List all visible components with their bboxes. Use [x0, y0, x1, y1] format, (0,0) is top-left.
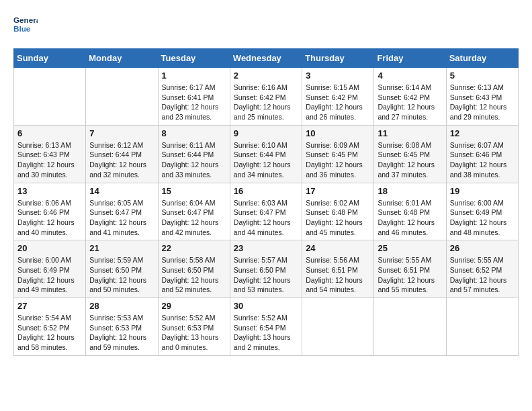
cell-info: Sunrise: 6:11 AMSunset: 6:44 PMDaylight:…: [162, 140, 226, 180]
calendar-cell: 7Sunrise: 6:12 AMSunset: 6:44 PMDaylight…: [86, 125, 158, 183]
day-number: 1: [162, 71, 226, 81]
cell-info: Sunrise: 6:13 AMSunset: 6:43 PMDaylight:…: [17, 140, 82, 180]
cell-info: Sunrise: 5:55 AMSunset: 6:52 PMDaylight:…: [450, 255, 515, 295]
week-row-4: 20Sunrise: 6:00 AMSunset: 6:49 PMDayligh…: [14, 240, 519, 298]
column-header-tuesday: Tuesday: [158, 49, 230, 68]
calendar-cell: 25Sunrise: 5:55 AMSunset: 6:51 PMDayligh…: [374, 240, 446, 298]
cell-info: Sunrise: 6:07 AMSunset: 6:46 PMDaylight:…: [450, 140, 515, 180]
cell-info: Sunrise: 5:59 AMSunset: 6:50 PMDaylight:…: [89, 255, 154, 295]
day-number: 9: [234, 128, 298, 138]
logo: GeneralBlue: [13, 13, 38, 38]
day-number: 18: [378, 186, 442, 196]
day-number: 24: [306, 243, 370, 253]
column-header-wednesday: Wednesday: [230, 49, 302, 68]
day-number: 8: [162, 128, 226, 138]
column-header-thursday: Thursday: [302, 49, 374, 68]
column-header-monday: Monday: [86, 49, 158, 68]
cell-info: Sunrise: 6:02 AMSunset: 6:48 PMDaylight:…: [306, 198, 370, 238]
calendar-cell: 21Sunrise: 5:59 AMSunset: 6:50 PMDayligh…: [86, 240, 158, 298]
calendar-cell: 15Sunrise: 6:04 AMSunset: 6:47 PMDayligh…: [158, 183, 230, 240]
svg-text:Blue: Blue: [13, 24, 31, 33]
logo-icon: GeneralBlue: [13, 13, 38, 38]
page-header: GeneralBlue: [13, 13, 519, 38]
day-number: 10: [306, 128, 370, 138]
calendar-cell: 16Sunrise: 6:03 AMSunset: 6:47 PMDayligh…: [230, 183, 302, 240]
calendar-cell: 26Sunrise: 5:55 AMSunset: 6:52 PMDayligh…: [446, 240, 518, 298]
cell-info: Sunrise: 6:01 AMSunset: 6:48 PMDaylight:…: [378, 198, 442, 238]
day-number: 11: [378, 128, 442, 138]
calendar-cell: 18Sunrise: 6:01 AMSunset: 6:48 PMDayligh…: [374, 183, 446, 240]
column-header-saturday: Saturday: [446, 49, 518, 68]
calendar-cell: 28Sunrise: 5:53 AMSunset: 6:53 PMDayligh…: [86, 298, 158, 356]
svg-text:General: General: [13, 15, 38, 24]
cell-info: Sunrise: 5:52 AMSunset: 6:53 PMDaylight:…: [162, 313, 226, 353]
cell-info: Sunrise: 5:52 AMSunset: 6:54 PMDaylight:…: [234, 313, 298, 353]
day-number: 20: [17, 243, 82, 253]
calendar-cell: 6Sunrise: 6:13 AMSunset: 6:43 PMDaylight…: [14, 125, 86, 183]
calendar-cell: 20Sunrise: 6:00 AMSunset: 6:49 PMDayligh…: [14, 240, 86, 298]
column-header-friday: Friday: [374, 49, 446, 68]
day-number: 14: [89, 186, 154, 196]
calendar-cell: [14, 68, 86, 126]
day-number: 16: [234, 186, 298, 196]
calendar-cell: 30Sunrise: 5:52 AMSunset: 6:54 PMDayligh…: [230, 298, 302, 356]
cell-info: Sunrise: 5:54 AMSunset: 6:52 PMDaylight:…: [17, 313, 82, 353]
day-number: 15: [162, 186, 226, 196]
day-number: 26: [450, 243, 515, 253]
week-row-3: 13Sunrise: 6:06 AMSunset: 6:46 PMDayligh…: [14, 183, 519, 240]
header-row: SundayMondayTuesdayWednesdayThursdayFrid…: [14, 49, 519, 68]
calendar-cell: 27Sunrise: 5:54 AMSunset: 6:52 PMDayligh…: [14, 298, 86, 356]
day-number: 17: [306, 186, 370, 196]
day-number: 27: [17, 301, 82, 311]
cell-info: Sunrise: 6:03 AMSunset: 6:47 PMDaylight:…: [234, 198, 298, 238]
day-number: 22: [162, 243, 226, 253]
cell-info: Sunrise: 6:08 AMSunset: 6:45 PMDaylight:…: [378, 140, 442, 180]
cell-info: Sunrise: 6:12 AMSunset: 6:44 PMDaylight:…: [89, 140, 154, 180]
column-header-sunday: Sunday: [14, 49, 86, 68]
calendar-cell: 5Sunrise: 6:13 AMSunset: 6:43 PMDaylight…: [446, 68, 518, 126]
cell-info: Sunrise: 6:04 AMSunset: 6:47 PMDaylight:…: [162, 198, 226, 238]
cell-info: Sunrise: 5:55 AMSunset: 6:51 PMDaylight:…: [378, 255, 442, 295]
calendar-cell: [302, 298, 374, 356]
calendar-cell: 11Sunrise: 6:08 AMSunset: 6:45 PMDayligh…: [374, 125, 446, 183]
calendar-cell: 2Sunrise: 6:16 AMSunset: 6:42 PMDaylight…: [230, 68, 302, 126]
cell-info: Sunrise: 6:13 AMSunset: 6:43 PMDaylight:…: [450, 83, 515, 122]
cell-info: Sunrise: 6:10 AMSunset: 6:44 PMDaylight:…: [234, 140, 298, 180]
calendar-cell: 17Sunrise: 6:02 AMSunset: 6:48 PMDayligh…: [302, 183, 374, 240]
week-row-5: 27Sunrise: 5:54 AMSunset: 6:52 PMDayligh…: [14, 298, 519, 356]
calendar-cell: 8Sunrise: 6:11 AMSunset: 6:44 PMDaylight…: [158, 125, 230, 183]
calendar-table: SundayMondayTuesdayWednesdayThursdayFrid…: [13, 48, 519, 356]
day-number: 30: [234, 301, 298, 311]
calendar-cell: 29Sunrise: 5:52 AMSunset: 6:53 PMDayligh…: [158, 298, 230, 356]
calendar-cell: 10Sunrise: 6:09 AMSunset: 6:45 PMDayligh…: [302, 125, 374, 183]
cell-info: Sunrise: 5:57 AMSunset: 6:50 PMDaylight:…: [234, 255, 298, 295]
day-number: 4: [378, 71, 442, 81]
day-number: 3: [306, 71, 370, 81]
calendar-cell: 14Sunrise: 6:05 AMSunset: 6:47 PMDayligh…: [86, 183, 158, 240]
calendar-cell: 3Sunrise: 6:15 AMSunset: 6:42 PMDaylight…: [302, 68, 374, 126]
day-number: 12: [450, 128, 515, 138]
cell-info: Sunrise: 5:56 AMSunset: 6:51 PMDaylight:…: [306, 255, 370, 295]
calendar-cell: 23Sunrise: 5:57 AMSunset: 6:50 PMDayligh…: [230, 240, 302, 298]
day-number: 29: [162, 301, 226, 311]
cell-info: Sunrise: 6:06 AMSunset: 6:46 PMDaylight:…: [17, 198, 82, 238]
day-number: 28: [89, 301, 154, 311]
cell-info: Sunrise: 6:17 AMSunset: 6:41 PMDaylight:…: [162, 83, 226, 122]
day-number: 23: [234, 243, 298, 253]
day-number: 13: [17, 186, 82, 196]
cell-info: Sunrise: 5:53 AMSunset: 6:53 PMDaylight:…: [89, 313, 154, 353]
cell-info: Sunrise: 6:00 AMSunset: 6:49 PMDaylight:…: [17, 255, 82, 295]
calendar-cell: [374, 298, 446, 356]
calendar-cell: 24Sunrise: 5:56 AMSunset: 6:51 PMDayligh…: [302, 240, 374, 298]
day-number: 21: [89, 243, 154, 253]
calendar-cell: 1Sunrise: 6:17 AMSunset: 6:41 PMDaylight…: [158, 68, 230, 126]
calendar-cell: 9Sunrise: 6:10 AMSunset: 6:44 PMDaylight…: [230, 125, 302, 183]
day-number: 6: [17, 128, 82, 138]
cell-info: Sunrise: 5:58 AMSunset: 6:50 PMDaylight:…: [162, 255, 226, 295]
calendar-cell: 13Sunrise: 6:06 AMSunset: 6:46 PMDayligh…: [14, 183, 86, 240]
calendar-cell: 4Sunrise: 6:14 AMSunset: 6:42 PMDaylight…: [374, 68, 446, 126]
day-number: 7: [89, 128, 154, 138]
day-number: 19: [450, 186, 515, 196]
day-number: 25: [378, 243, 442, 253]
calendar-cell: 22Sunrise: 5:58 AMSunset: 6:50 PMDayligh…: [158, 240, 230, 298]
